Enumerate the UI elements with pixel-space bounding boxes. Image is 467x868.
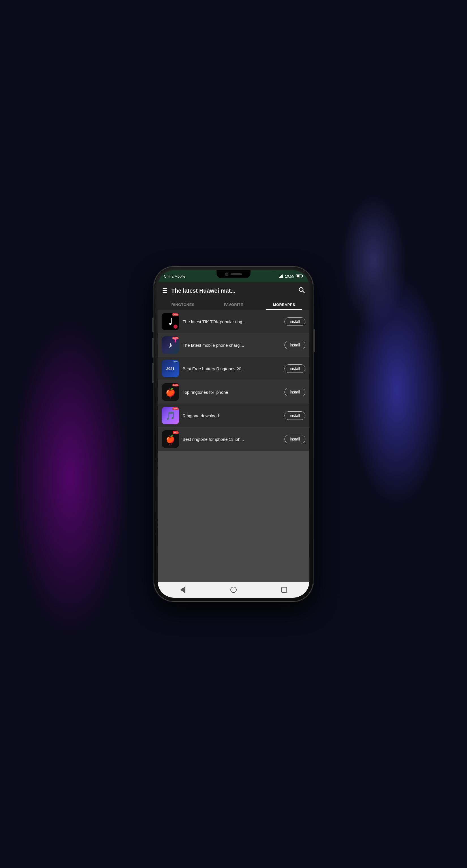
top-bar: ☰ The latest Huawei mat... — [158, 282, 309, 299]
app-icon-iphone13: 🍎 113 ♫ — [162, 430, 179, 448]
app-list: ♩ 2021 The latest TIK TOK popular ring..… — [158, 310, 309, 582]
app-icon-iphone: 🍎 2021 ♪ — [162, 383, 179, 401]
recents-button[interactable] — [280, 586, 288, 594]
volume-up-button — [152, 338, 154, 358]
badge: 2021 — [172, 407, 178, 410]
app-name: Best Free battery Ringtones 20... — [182, 366, 281, 371]
app-name: The latest mobile phone chargi... — [182, 343, 281, 348]
badge: 2021 — [172, 384, 178, 386]
recents-icon — [281, 587, 287, 593]
search-icon[interactable] — [298, 286, 305, 295]
back-icon — [180, 586, 186, 593]
app-icon-charger: ♪ 2021 — [162, 336, 179, 354]
front-camera — [225, 273, 228, 276]
list-item[interactable]: 🍎 113 ♫ Best ringtone for iphone 13 iph.… — [158, 428, 309, 451]
tab-ringtones[interactable]: RINGTONES — [158, 299, 208, 310]
phone-screen: China Mobile 10:55 — [158, 270, 309, 598]
time-label: 10:55 — [285, 274, 294, 278]
app-name: The latest TIK TOK popular ring... — [182, 319, 281, 324]
badge: 2021 — [172, 313, 178, 316]
menu-icon[interactable]: ☰ — [162, 287, 168, 294]
install-button[interactable]: install — [285, 411, 305, 420]
app-name: Best ringtone for iphone 13 iph... — [182, 437, 281, 442]
list-item[interactable]: ♩ 2021 The latest TIK TOK popular ring..… — [158, 310, 309, 334]
bottom-nav — [158, 582, 309, 598]
svg-line-1 — [303, 291, 304, 293]
app-content: ☰ The latest Huawei mat... RINGTONES FAV… — [158, 282, 309, 582]
home-icon — [230, 587, 237, 593]
status-indicators: 10:55 — [279, 274, 303, 278]
badge: 113 — [173, 431, 178, 434]
phone-device: China Mobile 10:55 — [154, 267, 313, 601]
app-icon-ringtone: 🎵 2021 — [162, 407, 179, 424]
tab-moreapps[interactable]: MOREAPPS — [259, 299, 309, 310]
install-button[interactable]: install — [285, 435, 305, 443]
tab-favorite[interactable]: FAVORITE — [208, 299, 259, 310]
list-item[interactable]: 2021 2021 Best Free battery Ringtones 20… — [158, 357, 309, 380]
back-button[interactable] — [179, 586, 187, 594]
power-button — [313, 329, 315, 352]
app-title: The latest Huawei mat... — [171, 287, 295, 294]
earpiece — [231, 273, 242, 275]
mute-button — [152, 318, 154, 332]
list-item[interactable]: 🎵 2021 Ringtone download install — [158, 404, 309, 428]
badge: 2021 — [172, 360, 178, 363]
install-button[interactable]: install — [285, 317, 305, 326]
install-button[interactable]: install — [285, 364, 305, 373]
home-button[interactable] — [230, 586, 237, 594]
app-name: Top ringtones for iphone — [182, 390, 281, 395]
list-item[interactable]: ♪ 2021 The latest mobile phone chargi...… — [158, 334, 309, 357]
volume-down-button — [152, 363, 154, 383]
notch — [216, 270, 251, 278]
app-name: Ringtone download — [182, 413, 281, 418]
install-button[interactable]: install — [285, 341, 305, 349]
battery-icon — [296, 275, 303, 278]
signal-icon — [279, 274, 283, 278]
tabs-container: RINGTONES FAVORITE MOREAPPS — [158, 299, 309, 310]
install-button[interactable]: install — [285, 388, 305, 396]
app-icon-battery: 2021 2021 — [162, 360, 179, 377]
app-icon-tiktok: ♩ 2021 — [162, 313, 179, 330]
list-item[interactable]: 🍎 2021 ♪ Top ringtones for iphone instal… — [158, 380, 309, 404]
carrier-label: China Mobile — [164, 274, 186, 278]
